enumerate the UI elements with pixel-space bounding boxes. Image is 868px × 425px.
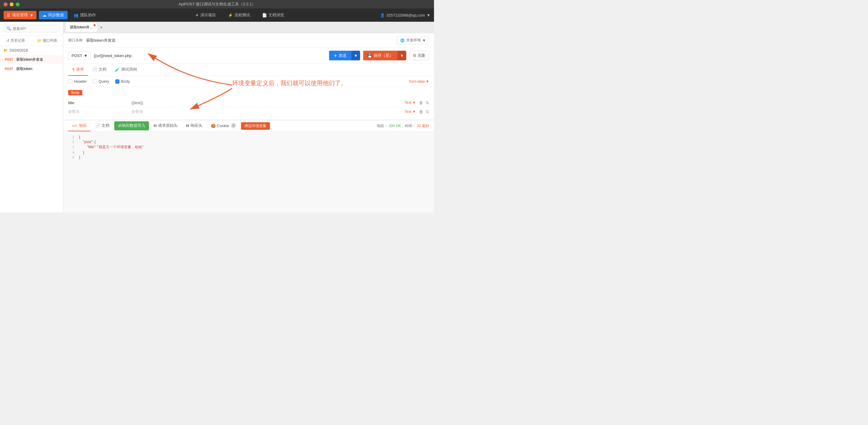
sync-data-button[interactable]: ☁ 同步数据 (39, 11, 67, 19)
param-name-0: title (68, 101, 128, 105)
search-input[interactable] (13, 27, 57, 31)
user-menu[interactable]: 👤 3257132998@qq.com ▼ (380, 13, 430, 18)
code-line-1: 1 { (63, 135, 434, 139)
url-input[interactable] (94, 53, 326, 58)
api-tab-0[interactable]: 获取token并... (66, 23, 97, 32)
tabs-row: 获取token并... + (63, 22, 434, 33)
header-checkbox[interactable] (68, 79, 72, 84)
cookie-badge: 0 (231, 123, 236, 128)
bottom-tab-response[interactable]: </> 响应 (68, 120, 91, 131)
sidebar-item-1[interactable]: POST 获取token (0, 64, 63, 74)
history-icon: ↺ (6, 39, 9, 43)
save-dropdown-button[interactable]: ▼ (398, 51, 406, 60)
nav-center: ✈ 演示项目 ⚡ 流程测试 📄 文档浏览 (102, 12, 378, 18)
response-time: 32 毫秒 (417, 124, 429, 128)
line-num-3: 3 (68, 145, 74, 149)
bottom-tab-docs[interactable]: 📄 文档 (92, 120, 113, 131)
project-mgmt-button[interactable]: ☰ 项目管理 ▼ (4, 11, 36, 19)
sidebar-date: 📂 03/24/2019 (0, 46, 63, 55)
table-row: title {{test}} Text ▼ 🗑 ⇅ (68, 98, 429, 107)
clone-icon: ⧉ (413, 53, 416, 58)
cookie-icon: 🍪 (211, 123, 216, 128)
send-dropdown-button[interactable]: ▼ (351, 51, 360, 60)
bind-env-button[interactable]: 绑定环境变量 (241, 122, 270, 130)
flow-icon: ⚡ (228, 13, 233, 18)
bottom-tab-cookie[interactable]: 🍪 Cookie 0 (207, 120, 240, 131)
minimize-button[interactable] (10, 2, 13, 6)
form-data-arrow: ▼ (426, 79, 429, 84)
sort-icon-0[interactable]: ⇅ (426, 100, 429, 105)
line-content-4: } (79, 150, 84, 154)
bottom-tab-import[interactable]: 从响应数据导入 (114, 121, 149, 131)
method-arrow: ▼ (84, 53, 88, 58)
send-button[interactable]: ✈ 发送 (329, 51, 351, 60)
main-layout: 🔍 ↺ 历史记录 📁 接口列表 📂 03/24/2019 POST (0, 22, 434, 213)
team-button[interactable]: 👥 团队协作 (70, 11, 99, 19)
body-checkbox[interactable]: ✓ (115, 79, 119, 84)
param-value-1: 参数值 (131, 109, 402, 114)
param-name-1: 参数名 (68, 109, 128, 114)
req-tab-docs[interactable]: 📄 文档 (88, 64, 111, 76)
delete-icon-0[interactable]: 🗑 (419, 100, 423, 105)
sidebar: 🔍 ↺ 历史记录 📁 接口列表 📂 03/24/2019 POST (0, 22, 63, 213)
header-check[interactable]: Header (68, 79, 87, 84)
api-info-label: 接口名称 (68, 38, 83, 43)
param-type-1[interactable]: Text ▼ (405, 110, 416, 114)
tab-history[interactable]: ↺ 历史记录 (0, 36, 32, 46)
sidebar-search: 🔍 (0, 22, 63, 36)
h-icon: H (154, 123, 157, 128)
clone-button[interactable]: ⧉ 克隆 (409, 51, 429, 60)
close-button[interactable] (4, 2, 7, 6)
doc-icon3: 📄 (95, 123, 100, 128)
query-check[interactable]: Query (93, 79, 109, 84)
form-data-button[interactable]: form-data ▼ (409, 79, 429, 84)
dropdown-arrow: ▼ (30, 13, 33, 18)
code-area: 1 { 2 "post": { 3 "title": "我是又一个环境变量，哈哈… (63, 132, 434, 213)
line-content-3: "title": "我是又一个环境变量，哈哈" (79, 145, 143, 150)
method-selector[interactable]: POST ▼ (68, 52, 91, 60)
demo-project-link[interactable]: ✈ 演示项目 (195, 12, 216, 18)
sort-icon-1[interactable]: ⇅ (426, 109, 429, 114)
sidebar-tabs: ↺ 历史记录 📁 接口列表 (0, 36, 63, 46)
flow-test-link[interactable]: ⚡ 流程测试 (228, 12, 250, 18)
code-line-5: 5 } (63, 155, 434, 160)
menu-icon: ☰ (7, 13, 10, 18)
line-num-5: 5 (68, 155, 74, 159)
delete-icon-1[interactable]: 🗑 (419, 109, 423, 114)
doc-browse-link[interactable]: 📄 文档浏览 (262, 12, 284, 18)
plane-icon: ✈ (195, 13, 199, 18)
code-line-4: 4 } (63, 150, 434, 155)
params-table: title {{test}} Text ▼ 🗑 ⇅ (68, 98, 429, 116)
save-btn-group: 💾 保存（至） ▼ (363, 51, 406, 60)
maximize-button[interactable] (16, 2, 20, 6)
save-button[interactable]: 💾 保存（至） (363, 51, 398, 60)
response-status: 响应： 200 OK 时间： 32 毫秒 (377, 123, 429, 129)
params-area: Header Query ✓ Body form-data ▼ (63, 76, 434, 87)
req-tab-testcase[interactable]: 🧪 测试用例 (111, 64, 141, 76)
type-arrow-0: ▼ (412, 101, 416, 105)
param-type-0[interactable]: Text ▼ (405, 101, 416, 105)
query-checkbox[interactable] (93, 79, 97, 84)
window-title: ApiPOST 接口调试与文档生成工具（2.2.1） (179, 1, 255, 7)
req-tab-request[interactable]: ¶ 请求 (68, 64, 88, 76)
window-controls[interactable] (4, 2, 20, 6)
param-actions-0: 🗑 ⇅ (419, 100, 429, 105)
search-box[interactable]: 🔍 (3, 25, 60, 32)
h-icon2: H (186, 123, 189, 128)
sidebar-item-0[interactable]: POST 获取token并发送 (0, 55, 63, 64)
save-icon: 💾 (367, 53, 372, 58)
bottom-tab-raw-header[interactable]: H 请求原始头 (150, 120, 181, 131)
env-dropdown-arrow: ▼ (422, 38, 426, 42)
line-num-2: 2 (68, 140, 74, 144)
api-info: 接口名称 获取token并发送 🌐 开发环境 ▼ (63, 33, 434, 48)
body-badge: Body (68, 90, 82, 95)
code-line-3: 3 "title": "我是又一个环境变量，哈哈" (63, 144, 434, 150)
body-section: Body title {{test}} Text ▼ 🗑 (63, 87, 434, 119)
content-area: 获取token并... + 接口名称 获取token并发送 🌐 开发环境 ▼ P… (63, 22, 434, 213)
bottom-tab-resp-header[interactable]: H 响应头 (183, 120, 206, 131)
api-name-1: 获取token (16, 66, 32, 72)
tab-add-button[interactable]: + (97, 23, 105, 32)
env-button[interactable]: 🌐 开发环境 ▼ (397, 36, 429, 45)
body-check[interactable]: ✓ Body (115, 79, 130, 84)
tab-api-list[interactable]: 📁 接口列表 (32, 36, 63, 46)
